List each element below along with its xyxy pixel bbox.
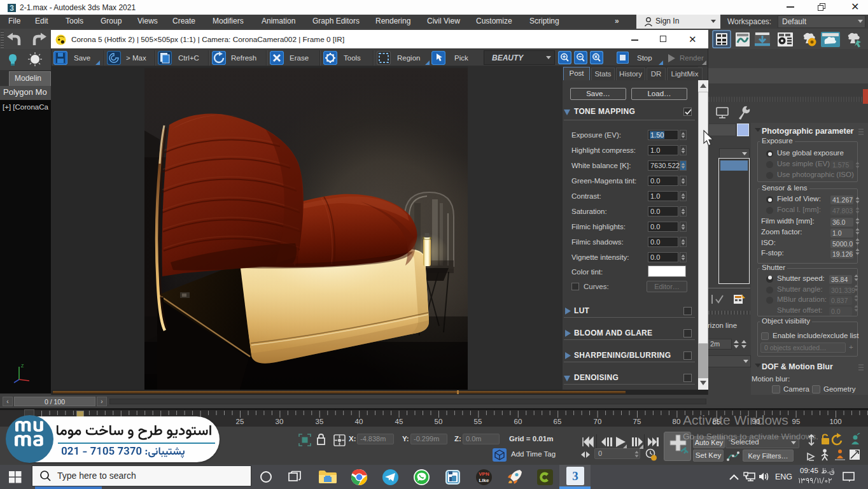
- svg-text:50: 50: [435, 418, 443, 425]
- svg-text:80: 80: [673, 418, 681, 425]
- svg-text:60: 60: [514, 418, 522, 425]
- svg-text:35: 35: [316, 418, 324, 425]
- svg-text:70: 70: [594, 418, 602, 425]
- svg-text:75: 75: [633, 418, 641, 425]
- svg-text:65: 65: [554, 418, 562, 425]
- svg-text:Z: Z: [21, 364, 24, 368]
- svg-text:VPN: VPN: [479, 471, 489, 477]
- svg-text:3: 3: [572, 469, 578, 483]
- svg-text:25: 25: [236, 418, 244, 425]
- svg-text:Like: Like: [479, 478, 489, 483]
- svg-text:3: 3: [10, 4, 14, 13]
- svg-text:100: 100: [829, 418, 841, 425]
- svg-text:95: 95: [792, 418, 801, 425]
- svg-text:40: 40: [355, 418, 363, 425]
- svg-text:45: 45: [395, 418, 403, 425]
- svg-text:55: 55: [474, 418, 482, 425]
- svg-text:30: 30: [276, 418, 284, 425]
